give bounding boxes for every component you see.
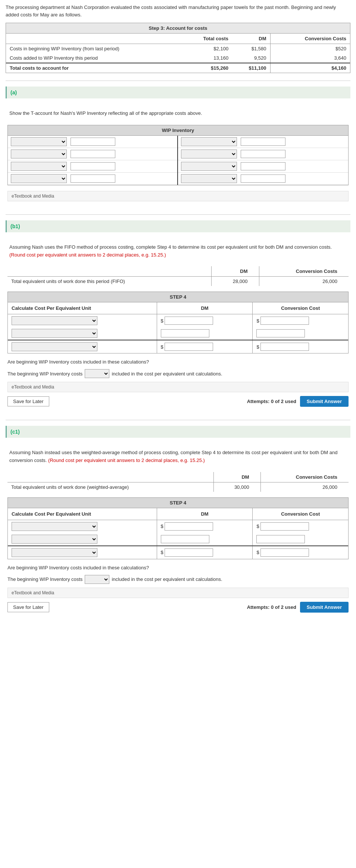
wip-select-2[interactable] xyxy=(11,150,67,158)
c1-desc-red: (Round cost per equivalent unit answers … xyxy=(48,457,205,463)
c1-wip-post: included in the cost per equivalent unit… xyxy=(112,576,222,582)
wip-select-r2[interactable] xyxy=(181,150,237,158)
c1-s4-cc1[interactable] xyxy=(260,522,309,531)
wip-input-r1[interactable] xyxy=(241,138,285,146)
row1-total: $2,100 xyxy=(183,44,232,54)
c1-wip-inline: The beginning WIP Inventory costs are ar… xyxy=(7,575,349,584)
b1-s4-dm1[interactable] xyxy=(165,317,213,325)
b1-s4-dm2[interactable] xyxy=(161,329,209,337)
c1-wip-inline-select[interactable]: are are not xyxy=(85,575,109,584)
b1-cc-val: 26,000 xyxy=(259,277,349,286)
b1-s4-sel3[interactable] xyxy=(12,342,97,351)
b1-wip-question: Are beginning WIP Inventory costs includ… xyxy=(7,359,349,365)
step3-header: Step 3: Account for costs xyxy=(6,23,350,34)
step3-container: Step 3: Account for costs Total costs DM… xyxy=(6,23,350,73)
section-a-link[interactable]: (a) xyxy=(10,89,17,95)
wip-select-1[interactable] xyxy=(11,137,67,146)
wip-row-r2 xyxy=(178,148,348,160)
c1-attempts-text: Attempts: 0 of 2 used xyxy=(247,604,296,610)
b1-s4-dm3[interactable] xyxy=(165,343,213,351)
c1-s4-sel1[interactable] xyxy=(12,522,97,531)
b1-s4-cc2[interactable] xyxy=(256,329,305,337)
col-dm: DM xyxy=(232,34,270,44)
b1-footer: Save for Later Attempts: 0 of 2 used Sub… xyxy=(7,396,349,407)
wip-select-4[interactable] xyxy=(11,174,67,183)
b1-save-button[interactable]: Save for Later xyxy=(7,396,49,406)
etextbook-b1: eTextbook and Media xyxy=(7,382,349,392)
b1-s4-cc-dollar1: $ xyxy=(256,318,259,324)
wip-select-r3[interactable] xyxy=(181,162,237,171)
c1-cc-val: 26,000 xyxy=(260,482,349,492)
wip-row-1 xyxy=(8,136,177,148)
b1-wip-post: included in the cost per equivalent unit… xyxy=(112,371,222,377)
row3-label: Total costs to account for xyxy=(6,63,183,73)
c1-s4-dm2[interactable] xyxy=(161,535,209,543)
c1-s4-dm1-wrap: $ xyxy=(161,522,249,531)
b1-wip-q-text: Are beginning WIP Inventory costs includ… xyxy=(7,359,349,365)
wip-input-r2[interactable] xyxy=(241,150,285,158)
wip-input-2[interactable] xyxy=(71,150,115,158)
b1-wip-inline: The beginning WIP Inventory costs are ar… xyxy=(7,369,349,378)
col-label xyxy=(6,34,183,44)
wip-select-r1[interactable] xyxy=(181,137,237,146)
b1-s4-cc3[interactable] xyxy=(260,343,309,351)
c1-s4-sel3[interactable] xyxy=(12,548,97,557)
c1-submit-button[interactable]: Submit Answer xyxy=(300,602,349,613)
c1-sum-col-dm: DM xyxy=(214,472,261,482)
b1-s4-sel1[interactable] xyxy=(12,316,97,325)
section-c1-desc: Assuming Nash instead uses the weighted-… xyxy=(7,445,349,468)
c1-s4-col3: Conversion Cost xyxy=(253,508,348,520)
wip-input-4[interactable] xyxy=(71,174,115,183)
section-a-block: Show the T-account for Nash's WIP Invent… xyxy=(6,102,350,209)
section-c1-link[interactable]: (c1) xyxy=(10,429,20,435)
wip-select-3[interactable] xyxy=(11,162,67,171)
b1-step4-header: STEP 4 xyxy=(8,292,348,302)
b1-attempts-text: Attempts: 0 of 2 used xyxy=(247,399,296,404)
c1-equiv-label: Total equivalent units of work done (wei… xyxy=(7,482,214,492)
row1-dm: $1,580 xyxy=(232,44,270,54)
b1-equiv-row: Total equivalent units of work done this… xyxy=(7,277,349,286)
c1-step4-header: STEP 4 xyxy=(8,498,348,508)
b1-wip-inline-select[interactable]: are are not xyxy=(85,369,109,378)
section-c1-label: (c1) xyxy=(6,426,350,438)
c1-s4-cc2[interactable] xyxy=(256,535,305,543)
c1-s4-col2: DM xyxy=(157,508,253,520)
wip-input-r3[interactable] xyxy=(241,162,285,170)
b1-s4-sel2[interactable] xyxy=(12,329,97,338)
section-c1-block: Assuming Nash instead uses the weighted-… xyxy=(6,441,350,620)
b1-step4-container: STEP 4 Calculate Cost Per Equivalent Uni… xyxy=(7,292,349,353)
b1-attempts-area: Attempts: 0 of 2 used Submit Answer xyxy=(247,396,349,407)
c1-equiv-row: Total equivalent units of work done (wei… xyxy=(7,482,349,492)
b1-s4-cc1[interactable] xyxy=(260,317,309,325)
wip-input-r4[interactable] xyxy=(241,174,285,183)
b1-desc-normal: Assuming Nash uses the FIFO method of pr… xyxy=(9,244,332,250)
section-b1-label: (b1) xyxy=(6,220,350,232)
row3-cc: $4,160 xyxy=(270,63,350,73)
b1-wip-pre: The beginning WIP Inventory costs xyxy=(7,371,82,377)
c1-wip-question: Are beginning WIP Inventory costs includ… xyxy=(7,565,349,570)
c1-s4-dm1[interactable] xyxy=(165,522,213,531)
sum-col-empty xyxy=(7,266,211,277)
section-b1-link[interactable]: (b1) xyxy=(10,223,20,229)
c1-footer: Save for Later Attempts: 0 of 2 used Sub… xyxy=(7,602,349,613)
c1-save-button[interactable]: Save for Later xyxy=(7,602,49,612)
etextbook-a: eTextbook and Media xyxy=(7,191,349,201)
c1-sum-col-empty xyxy=(7,472,214,482)
b1-submit-button[interactable]: Submit Answer xyxy=(300,396,349,407)
b1-s4-cc3-wrap: $ xyxy=(256,343,344,351)
c1-step4-table: Calculate Cost Per Equivalent Unit DM Co… xyxy=(8,508,348,559)
b1-desc-red: (Round cost per equivalent unit answers … xyxy=(9,252,166,258)
wip-input-3[interactable] xyxy=(71,162,115,170)
b1-s4-col1: Calculate Cost Per Equivalent Unit xyxy=(8,302,157,314)
wip-select-r4[interactable] xyxy=(181,174,237,183)
c1-s4-cc3[interactable] xyxy=(260,548,309,557)
b1-s4-dm1-wrap: $ xyxy=(161,317,249,325)
row2-label: Costs added to WIP Inventory this period xyxy=(6,53,183,63)
wip-input-1[interactable] xyxy=(71,138,115,146)
c1-s4-dm3[interactable] xyxy=(165,548,213,557)
c1-attempts-area: Attempts: 0 of 2 used Submit Answer xyxy=(247,602,349,613)
c1-s4-sel2[interactable] xyxy=(12,535,97,544)
table-row: Costs in beginning WIP Inventory (from l… xyxy=(6,44,350,54)
wip-row-r1 xyxy=(178,136,348,148)
divider3 xyxy=(6,420,350,420)
